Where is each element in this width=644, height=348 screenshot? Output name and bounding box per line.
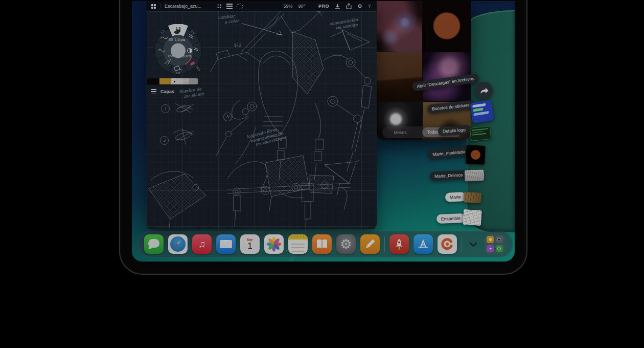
drag-drop-layer: Abrir “Descargas” en Archivos Bocetos de…: [132, 1, 515, 262]
drag-item-label: Marte_Deimos: [430, 170, 468, 181]
envelope-icon: [220, 240, 232, 249]
ipad-device: Escarabajo_azu... 59% 90° PRO: [119, 0, 527, 275]
appstore-a-icon: [417, 237, 430, 251]
fitness-mini-icon: [496, 245, 503, 252]
settings-app-icon[interactable]: ⚙: [336, 234, 356, 254]
drag-hint-label: Abrir “Descargas” en Archivos: [411, 73, 479, 92]
forward-arrow-button[interactable]: [475, 82, 493, 99]
drag-item-label: Marte: [445, 192, 466, 202]
drag-item-label: Detalle logo: [438, 125, 470, 136]
dock-divider: [384, 236, 385, 252]
notes-app-icon[interactable]: [288, 234, 308, 254]
drag-item-label: Marte_modelado: [427, 146, 470, 159]
blue-space-sticker-thumb[interactable]: [470, 100, 494, 123]
compass-icon: [170, 236, 186, 252]
white-sketch-thumb[interactable]: [463, 209, 482, 226]
mail-app-icon[interactable]: [216, 234, 236, 254]
books-app-icon[interactable]: [312, 234, 332, 254]
gray-sketch-thumb[interactable]: [465, 169, 485, 181]
rocket-icon: [393, 237, 406, 251]
notes-header: [288, 234, 308, 240]
photos-app-icon[interactable]: [264, 234, 284, 254]
ipad-screen: Escarabajo_azu... 59% 90° PRO: [132, 1, 515, 262]
app-library-icon[interactable]: ★: [485, 234, 505, 254]
open-book-icon: [316, 238, 328, 250]
green-circuit-sticker-thumb[interactable]: [470, 126, 491, 141]
rocket-app-icon[interactable]: [389, 234, 409, 254]
messages-app-icon[interactable]: [144, 234, 164, 254]
pen-icon: [363, 237, 377, 251]
drag-item-label: Ensamble: [436, 213, 465, 224]
forward-arrow-icon: [479, 86, 489, 95]
star-mini-icon: ★: [487, 245, 494, 252]
brown-sketch-thumb[interactable]: [464, 192, 482, 203]
gears-icon: ⚙: [340, 236, 352, 252]
photos-flower-icon: [266, 236, 282, 252]
tips-mini-icon: [487, 236, 494, 243]
calendar-app-icon[interactable]: Mar 1: [240, 234, 260, 254]
sketch-pen-app-icon[interactable]: [360, 234, 380, 254]
music-note-icon: ♫: [198, 238, 205, 250]
safari-app-icon[interactable]: [168, 234, 188, 254]
calendar-day: 1: [247, 242, 252, 250]
speech-bubble-icon: [148, 239, 159, 248]
mars-render-thumb[interactable]: [466, 145, 486, 165]
dock-divider: [462, 236, 462, 252]
app-store-app-icon[interactable]: [413, 234, 433, 254]
c-swirl-icon: [440, 237, 454, 251]
dock: ♫ Mar 1: [138, 231, 513, 257]
music-app-icon[interactable]: ♫: [192, 234, 212, 254]
dock-chevron-button[interactable]: [467, 234, 480, 254]
drag-item-label: Bocetos de stickers: [427, 100, 474, 114]
c-app-icon[interactable]: [438, 234, 457, 254]
chevron-down-icon: [469, 242, 477, 247]
camera-mini-icon: [496, 236, 503, 243]
page-background: Escarabajo_azu... 59% 90° PRO: [0, 0, 644, 348]
